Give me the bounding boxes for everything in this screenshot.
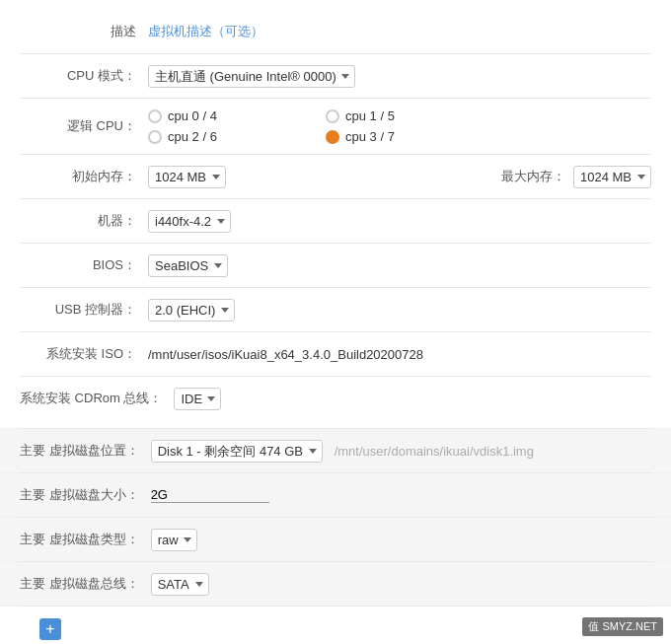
cpu-label-2: cpu 2 / 6 — [168, 129, 217, 144]
cpu-item-1[interactable]: cpu 1 / 5 — [326, 108, 503, 123]
cpu-label-1: cpu 1 / 5 — [345, 108, 395, 123]
disk-pos-row: 主要 虚拟磁盘位置： Disk 1 - 剩余空间 474 GB /mnt/use… — [0, 429, 671, 472]
cpu-item-3[interactable]: cpu 3 / 7 — [326, 129, 503, 144]
cdrom-select[interactable]: IDE — [174, 388, 221, 410]
max-mem-group: 最大内存： 1024 MB — [501, 166, 651, 188]
usb-label: USB 控制器： — [20, 301, 148, 319]
logical-cpu-label: 逻辑 CPU： — [20, 117, 148, 135]
logical-cpu-row: 逻辑 CPU： cpu 0 / 4 cpu 1 / 5 cpu 2 / 6 cp… — [0, 99, 671, 154]
cpu-radio-1[interactable] — [326, 109, 339, 123]
bios-row: BIOS： SeaBIOS — [0, 244, 671, 287]
initial-mem-label: 初始内存： — [20, 168, 148, 185]
cdrom-label: 系统安装 CDRom 总线： — [20, 390, 174, 407]
disk-size-label: 主要 虚拟磁盘大小： — [20, 486, 151, 504]
cdrom-row: 系统安装 CDRom 总线： IDE — [0, 377, 671, 420]
cpu-label-3: cpu 3 / 7 — [345, 129, 395, 144]
add-row: + — [0, 607, 671, 644]
iso-label: 系统安装 ISO： — [20, 345, 148, 363]
disk-size-row: 主要 虚拟磁盘大小： — [0, 473, 671, 517]
cpu-item-2[interactable]: cpu 2 / 6 — [148, 129, 326, 144]
disk-type-label: 主要 虚拟磁盘类型： — [20, 531, 151, 548]
disk-pos-label: 主要 虚拟磁盘位置： — [20, 442, 151, 460]
add-button[interactable]: + — [39, 618, 61, 640]
disk-type-row: 主要 虚拟磁盘类型： raw — [0, 518, 671, 561]
machine-label: 机器： — [20, 212, 148, 230]
cpu-mode-label: CPU 模式： — [20, 67, 148, 85]
machine-row: 机器： i440fx-4.2 — [0, 199, 671, 243]
disk-bus-label: 主要 虚拟磁盘总线： — [20, 575, 151, 593]
cpu-radio-2[interactable] — [148, 130, 162, 144]
disk-pos-select[interactable]: Disk 1 - 剩余空间 474 GB — [151, 440, 323, 463]
description-row: 描述 虚拟机描述（可选） — [0, 10, 671, 53]
max-mem-label: 最大内存： — [501, 168, 565, 185]
bios-select[interactable]: SeaBIOS — [148, 254, 228, 277]
initial-mem-select[interactable]: 1024 MB — [148, 166, 226, 188]
disk-bus-select[interactable]: SATA — [151, 573, 209, 596]
machine-select[interactable]: i440fx-4.2 — [148, 210, 231, 233]
disk-pos-path: /mnt/user/domains/ikuai/vdisk1.img — [335, 444, 534, 459]
cpu-item-0[interactable]: cpu 0 / 4 — [148, 108, 326, 123]
cpu-label-0: cpu 0 / 4 — [168, 108, 217, 123]
description-label: 描述 — [20, 23, 148, 40]
cpu-radio-3[interactable] — [326, 130, 339, 144]
disk-bus-row: 主要 虚拟磁盘总线： SATA — [0, 562, 671, 606]
max-mem-select[interactable]: 1024 MB — [573, 166, 651, 188]
iso-row: 系统安装 ISO： /mnt/user/isos/iKuai8_x64_3.4.… — [0, 332, 671, 376]
description-link[interactable]: 虚拟机描述（可选） — [148, 24, 263, 38]
cpu-mode-select[interactable]: 主机直通 (Genuine Intel® 0000) — [148, 65, 355, 88]
disk-size-input[interactable] — [151, 487, 269, 503]
bios-label: BIOS： — [20, 256, 148, 274]
cpu-radio-0[interactable] — [148, 109, 162, 123]
usb-select[interactable]: 2.0 (EHCI) — [148, 299, 235, 322]
cpu-grid: cpu 0 / 4 cpu 1 / 5 cpu 2 / 6 cpu 3 / 7 — [148, 108, 651, 144]
initial-mem-group: 1024 MB — [148, 166, 226, 188]
disk-type-select[interactable]: raw — [151, 529, 197, 551]
memory-row: 初始内存： 1024 MB 最大内存： 1024 MB — [0, 155, 671, 198]
cpu-mode-row: CPU 模式： 主机直通 (Genuine Intel® 0000) — [0, 54, 671, 98]
usb-row: USB 控制器： 2.0 (EHCI) — [0, 288, 671, 331]
iso-path: /mnt/user/isos/iKuai8_x64_3.4.0_Build202… — [148, 347, 423, 362]
